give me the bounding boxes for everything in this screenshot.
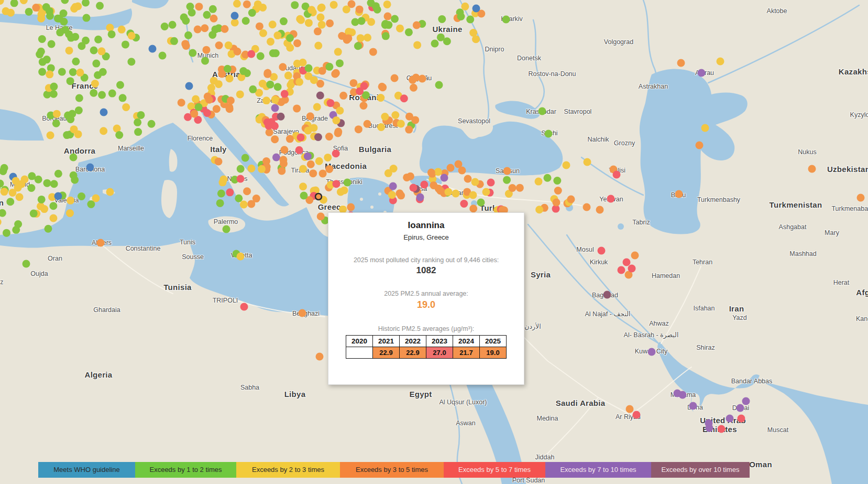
city-dot[interactable] (46, 12, 54, 20)
city-dot[interactable] (471, 178, 479, 186)
city-dot[interactable] (325, 165, 333, 173)
city-dot[interactable] (411, 116, 419, 124)
city-dot[interactable] (159, 51, 167, 59)
city-dot[interactable] (217, 190, 225, 198)
city-dot[interactable] (50, 90, 58, 98)
city-dot[interactable] (223, 225, 230, 233)
city-dot[interactable] (90, 89, 97, 97)
city-dot[interactable] (280, 17, 288, 25)
city-dot[interactable] (28, 172, 36, 180)
city-dot[interactable] (503, 167, 511, 175)
city-dot[interactable] (356, 5, 364, 13)
city-dot[interactable] (188, 8, 196, 16)
city-dot[interactable] (92, 60, 100, 68)
city-dot[interactable] (509, 184, 517, 192)
city-dot[interactable] (195, 3, 203, 10)
city-dot[interactable] (247, 50, 255, 58)
city-dot[interactable] (269, 49, 277, 57)
city-dot[interactable] (247, 165, 255, 173)
city-dot[interactable] (400, 94, 408, 102)
city-dot[interactable] (808, 165, 816, 173)
city-dot[interactable] (92, 195, 100, 202)
city-dot[interactable] (52, 120, 60, 127)
city-dot[interactable] (90, 46, 98, 54)
city-dot[interactable] (262, 96, 270, 104)
city-dot[interactable] (20, 0, 28, 4)
city-dot[interactable] (472, 35, 480, 43)
city-dot[interactable] (115, 131, 123, 139)
city-dot[interactable] (286, 135, 294, 143)
city-dot[interactable] (49, 202, 57, 210)
city-dot[interactable] (307, 160, 315, 168)
city-dot[interactable] (358, 17, 366, 25)
city-dot[interactable] (86, 164, 94, 171)
city-dot[interactable] (603, 291, 611, 299)
city-dot[interactable] (60, 9, 68, 17)
city-dot[interactable] (56, 28, 64, 36)
city-dot[interactable] (235, 195, 243, 202)
city-dot[interactable] (21, 176, 29, 184)
city-dot[interactable] (299, 165, 307, 173)
city-dot[interactable] (293, 104, 301, 112)
city-dot[interactable] (70, 125, 78, 133)
city-dot[interactable] (554, 187, 562, 195)
city-dot[interactable] (48, 40, 56, 48)
city-dot[interactable] (227, 96, 235, 104)
city-dot[interactable] (108, 30, 116, 38)
city-dot[interactable] (464, 175, 472, 183)
city-dot[interactable] (437, 34, 445, 41)
city-dot[interactable] (259, 4, 267, 12)
city-dot[interactable] (54, 192, 62, 200)
city-dot[interactable] (60, 18, 68, 26)
city-dot[interactable] (316, 353, 324, 361)
city-dot[interactable] (304, 153, 312, 160)
city-dot[interactable] (149, 45, 157, 53)
city-dot[interactable] (336, 59, 344, 67)
city-dot[interactable] (161, 23, 169, 30)
city-dot[interactable] (626, 405, 634, 413)
city-dot[interactable] (487, 179, 495, 187)
city-dot[interactable] (742, 397, 750, 405)
city-dot[interactable] (201, 24, 208, 32)
city-dot[interactable] (431, 40, 439, 48)
city-dot[interactable] (354, 42, 362, 50)
city-dot[interactable] (46, 70, 53, 78)
city-dot[interactable] (94, 36, 102, 44)
city-dot[interactable] (78, 192, 85, 200)
city-dot[interactable] (477, 199, 485, 207)
city-dot[interactable] (355, 125, 362, 133)
city-dot[interactable] (316, 14, 324, 21)
city-dot[interactable] (391, 111, 399, 119)
city-dot[interactable] (297, 16, 305, 24)
city-dot[interactable] (215, 158, 223, 166)
city-dot[interactable] (76, 69, 84, 77)
city-dot[interactable] (698, 69, 706, 77)
city-dot[interactable] (458, 167, 466, 175)
city-dot[interactable] (679, 391, 687, 399)
city-dot[interactable] (148, 120, 156, 128)
city-dot[interactable] (75, 94, 83, 102)
city-dot[interactable] (304, 127, 312, 135)
city-dot[interactable] (241, 154, 249, 162)
city-dot[interactable] (343, 5, 350, 13)
city-dot[interactable] (271, 96, 279, 104)
city-dot[interactable] (231, 18, 239, 26)
city-dot[interactable] (395, 189, 403, 197)
city-dot[interactable] (377, 94, 384, 102)
city-dot[interactable] (305, 19, 313, 27)
city-dot[interactable] (237, 165, 245, 173)
city-dot[interactable] (278, 167, 285, 175)
city-dot[interactable] (0, 0, 4, 5)
city-dot[interactable] (38, 196, 46, 203)
city-dot[interactable] (67, 197, 74, 205)
city-dot[interactable] (69, 68, 77, 76)
city-dot[interactable] (65, 47, 73, 55)
city-dot[interactable] (189, 49, 196, 57)
city-dot[interactable] (118, 26, 126, 34)
city-dot[interactable] (613, 171, 621, 179)
city-dot[interactable] (27, 184, 35, 192)
city-dot[interactable] (316, 91, 324, 99)
city-dot[interactable] (39, 58, 47, 66)
city-dot[interactable] (30, 210, 38, 218)
city-dot[interactable] (192, 95, 200, 103)
